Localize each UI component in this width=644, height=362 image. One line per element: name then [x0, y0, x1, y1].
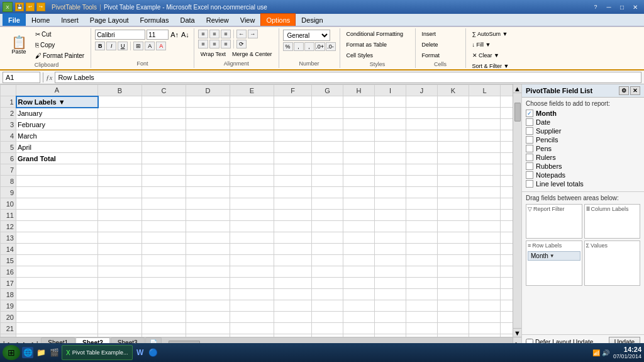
text-direction-btn[interactable]: ⟳ [236, 40, 247, 48]
cell-D20[interactable] [186, 312, 230, 323]
cell-J5[interactable] [406, 142, 438, 153]
cell-I6[interactable] [375, 153, 406, 164]
fill-btn[interactable]: ↓ Fill ▼ [470, 40, 494, 49]
pivot-close-btn[interactable]: ✕ [630, 86, 640, 95]
cell-K12[interactable] [438, 221, 469, 232]
cell-E11[interactable] [230, 210, 274, 221]
field-checkbox-7[interactable] [526, 171, 533, 179]
cell-C19[interactable] [142, 300, 186, 312]
align-bottom-left-btn[interactable]: ≡ [198, 40, 208, 48]
number-format-select[interactable]: General Number Currency [283, 30, 330, 41]
cell-D13[interactable] [186, 232, 230, 244]
cell-L18[interactable] [469, 289, 501, 300]
cell-C8[interactable] [142, 176, 186, 187]
cell-L1[interactable] [469, 96, 501, 108]
cell-H9[interactable] [343, 187, 375, 198]
cell-J12[interactable] [406, 221, 438, 232]
cell-L2[interactable] [469, 108, 501, 119]
cell-F8[interactable] [274, 176, 312, 187]
cell-D8[interactable] [186, 176, 230, 187]
cell-J14[interactable] [406, 244, 438, 255]
cell-H16[interactable] [343, 266, 375, 278]
cell-G14[interactable] [312, 244, 343, 255]
cell-K15[interactable] [438, 255, 469, 266]
taskbar-word-icon[interactable]: W [135, 347, 146, 358]
cell-C3[interactable] [142, 119, 186, 130]
cell-B21[interactable] [98, 323, 142, 334]
cell-B6[interactable] [98, 153, 142, 164]
cell-C4[interactable] [142, 130, 186, 142]
col-header-A[interactable]: A [16, 85, 98, 96]
col-header-K[interactable]: K [438, 85, 469, 96]
cell-C6[interactable] [142, 153, 186, 164]
cell-I7[interactable] [375, 164, 406, 176]
indent-inc-btn[interactable]: → [248, 30, 258, 38]
cell-L5[interactable] [469, 142, 501, 153]
cell-J9[interactable] [406, 187, 438, 198]
cell-I12[interactable] [375, 221, 406, 232]
cell-I1[interactable] [375, 96, 406, 108]
col-header-M[interactable]: M [501, 85, 513, 96]
cell-E7[interactable] [230, 164, 274, 176]
cell-K8[interactable] [438, 176, 469, 187]
cell-E15[interactable] [230, 255, 274, 266]
cell-M3[interactable] [501, 119, 513, 130]
cell-E8[interactable] [230, 176, 274, 187]
cell-G11[interactable] [312, 210, 343, 221]
cell-H20[interactable] [343, 312, 375, 323]
cell-L7[interactable] [469, 164, 501, 176]
cell-K11[interactable] [438, 210, 469, 221]
cell-J21[interactable] [406, 323, 438, 334]
cell-I2[interactable] [375, 108, 406, 119]
cell-M6[interactable] [501, 153, 513, 164]
font-name-input[interactable] [95, 30, 145, 40]
cell-D6[interactable] [186, 153, 230, 164]
cell-J11[interactable] [406, 210, 438, 221]
tab-file[interactable]: File [3, 13, 26, 26]
cell-C9[interactable] [142, 187, 186, 198]
cell-C21[interactable] [142, 323, 186, 334]
cell-A9[interactable] [16, 187, 98, 198]
cell-B11[interactable] [98, 210, 142, 221]
cell-K20[interactable] [438, 312, 469, 323]
cell-M17[interactable] [501, 278, 513, 289]
cell-H18[interactable] [343, 289, 375, 300]
cell-G16[interactable] [312, 266, 343, 278]
cell-L3[interactable] [469, 119, 501, 130]
cell-K19[interactable] [438, 300, 469, 312]
chip-dropdown-icon[interactable]: ▼ [550, 253, 555, 259]
cell-L19[interactable] [469, 300, 501, 312]
cell-L12[interactable] [469, 221, 501, 232]
cell-G15[interactable] [312, 255, 343, 266]
cell-A13[interactable] [16, 232, 98, 244]
cell-B13[interactable] [98, 232, 142, 244]
cell-B14[interactable] [98, 244, 142, 255]
cell-M21[interactable] [501, 323, 513, 334]
cell-D19[interactable] [186, 300, 230, 312]
font-shrink-icon[interactable]: A↓ [180, 31, 190, 38]
cell-A16[interactable] [16, 266, 98, 278]
cell-C16[interactable] [142, 266, 186, 278]
field-checkbox-8[interactable] [526, 180, 533, 188]
cell-I8[interactable] [375, 176, 406, 187]
cell-K1[interactable] [438, 96, 469, 108]
field-checkbox-3[interactable] [526, 136, 533, 144]
align-top-center-btn[interactable]: ≡ [209, 30, 219, 38]
cell-J2[interactable] [406, 108, 438, 119]
cell-I15[interactable] [375, 255, 406, 266]
cell-F1[interactable] [274, 96, 312, 108]
col-header-B[interactable]: B [98, 85, 142, 96]
tab-view[interactable]: View [235, 13, 261, 26]
percent-btn[interactable]: % [283, 42, 293, 51]
cell-H4[interactable] [343, 130, 375, 142]
underline-btn[interactable]: U [118, 42, 128, 50]
cell-D4[interactable] [186, 130, 230, 142]
cell-I20[interactable] [375, 312, 406, 323]
cell-J17[interactable] [406, 278, 438, 289]
taskbar-ie-icon[interactable]: 🌐 [22, 347, 33, 358]
col-header-L[interactable]: L [469, 85, 501, 96]
cell-F6[interactable] [274, 153, 312, 164]
cell-M20[interactable] [501, 312, 513, 323]
cell-B5[interactable] [98, 142, 142, 153]
cell-H6[interactable] [343, 153, 375, 164]
